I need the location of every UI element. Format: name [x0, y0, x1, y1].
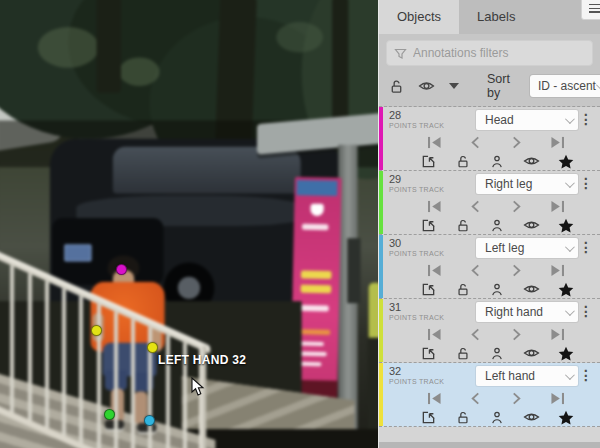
- last-keyframe-button[interactable]: [549, 390, 567, 406]
- last-keyframe-button[interactable]: [549, 262, 567, 278]
- object-item[interactable]: 32 POINTS TRACK Left hand ⋮: [379, 363, 600, 427]
- object-type: POINTS TRACK: [389, 122, 444, 129]
- previous-keyframe-button[interactable]: [466, 326, 484, 342]
- pinned-toggle-button[interactable]: [419, 409, 437, 425]
- filter-funnel-icon: [394, 46, 407, 64]
- occluded-toggle-button[interactable]: [488, 281, 506, 297]
- first-keyframe-button[interactable]: [425, 326, 443, 342]
- lock-toggle-button[interactable]: [454, 217, 472, 233]
- chevron-down-icon: [565, 242, 575, 252]
- chevron-down-icon: [565, 114, 575, 124]
- bottom-divider: [379, 442, 600, 448]
- last-keyframe-button[interactable]: [549, 134, 567, 150]
- object-item[interactable]: 29 POINTS TRACK Right leg ⋮: [379, 171, 600, 235]
- previous-keyframe-button[interactable]: [466, 134, 484, 150]
- object-type: POINTS TRACK: [389, 378, 444, 385]
- next-keyframe-button[interactable]: [508, 326, 526, 342]
- keyframe-star-button[interactable]: [557, 217, 575, 233]
- sort-value: ID - ascent: [538, 79, 596, 93]
- video-frame: [0, 0, 378, 448]
- keypoint-head[interactable]: [116, 264, 127, 275]
- next-keyframe-button[interactable]: [508, 198, 526, 214]
- object-label-dropdown[interactable]: Right hand: [476, 302, 578, 322]
- hide-all-eye-icon[interactable]: [418, 79, 435, 93]
- keypoint-left-hand[interactable]: [147, 342, 158, 353]
- first-keyframe-button[interactable]: [425, 262, 443, 278]
- first-keyframe-button[interactable]: [425, 198, 443, 214]
- expand-states-caret-icon[interactable]: [449, 83, 459, 89]
- object-actions-menu-button[interactable]: ⋮: [578, 302, 594, 320]
- annotation-canvas[interactable]: LEFT HAND 32: [0, 0, 378, 448]
- chevron-down-icon: [565, 178, 575, 188]
- object-label-dropdown[interactable]: Left leg: [476, 238, 578, 258]
- keypoint-right-foot[interactable]: [104, 409, 115, 420]
- lock-toggle-button[interactable]: [454, 409, 472, 425]
- hidden-toggle-eye-button[interactable]: [523, 281, 541, 297]
- sort-dropdown[interactable]: ID - ascent: [530, 75, 600, 97]
- next-keyframe-button[interactable]: [508, 134, 526, 150]
- keypoint-right-hand[interactable]: [91, 325, 102, 336]
- object-id: 28: [389, 110, 444, 121]
- last-keyframe-button[interactable]: [549, 326, 567, 342]
- first-keyframe-button[interactable]: [425, 134, 443, 150]
- occluded-toggle-button[interactable]: [488, 409, 506, 425]
- lock-all-icon[interactable]: [389, 79, 404, 94]
- last-keyframe-button[interactable]: [549, 198, 567, 214]
- sidebar-tabbar: Objects Labels: [379, 0, 600, 34]
- pinned-toggle-button[interactable]: [419, 281, 437, 297]
- tab-objects[interactable]: Objects: [379, 0, 459, 34]
- hidden-toggle-eye-button[interactable]: [523, 345, 541, 361]
- occluded-toggle-button[interactable]: [488, 153, 506, 169]
- object-actions-menu-button[interactable]: ⋮: [578, 110, 594, 128]
- previous-keyframe-button[interactable]: [466, 198, 484, 214]
- object-id: 30: [389, 238, 444, 249]
- hidden-toggle-eye-button[interactable]: [523, 153, 541, 169]
- sort-by-label: Sort by: [487, 72, 510, 100]
- hidden-toggle-eye-button[interactable]: [523, 217, 541, 233]
- object-actions-menu-button[interactable]: ⋮: [578, 238, 594, 256]
- annotations-filter-input[interactable]: [386, 40, 593, 66]
- mouse-cursor: [191, 377, 205, 400]
- keyframe-star-button[interactable]: [557, 153, 575, 169]
- occluded-toggle-button[interactable]: [488, 345, 506, 361]
- object-item[interactable]: 28 POINTS TRACK Head ⋮: [379, 107, 600, 171]
- object-label-dropdown[interactable]: Right leg: [476, 174, 578, 194]
- yellow-figure: [369, 283, 378, 342]
- object-item[interactable]: 31 POINTS TRACK Right hand ⋮: [379, 299, 600, 363]
- first-keyframe-button[interactable]: [425, 390, 443, 406]
- occluded-toggle-button[interactable]: [488, 217, 506, 233]
- lock-toggle-button[interactable]: [454, 345, 472, 361]
- menu-icon: [589, 4, 600, 13]
- next-keyframe-button[interactable]: [508, 262, 526, 278]
- cvat-annotation-app: LEFT HAND 32 Objects Labels: [0, 0, 600, 448]
- keyframe-star-button[interactable]: [557, 345, 575, 361]
- chevron-down-icon: [596, 80, 600, 90]
- keyframe-star-button[interactable]: [557, 409, 575, 425]
- lock-toggle-button[interactable]: [454, 281, 472, 297]
- keypoint-left-foot[interactable]: [144, 415, 155, 426]
- objects-sidebar: Objects Labels: [378, 0, 600, 448]
- previous-keyframe-button[interactable]: [466, 262, 484, 278]
- object-list: 28 POINTS TRACK Head ⋮: [379, 106, 600, 427]
- object-label: Right hand: [485, 305, 565, 319]
- object-id: 31: [389, 302, 444, 313]
- hidden-toggle-eye-button[interactable]: [523, 409, 541, 425]
- keyframe-star-button[interactable]: [557, 281, 575, 297]
- object-actions-menu-button[interactable]: ⋮: [578, 174, 594, 192]
- object-actions-menu-button[interactable]: ⋮: [578, 366, 594, 384]
- lock-toggle-button[interactable]: [454, 153, 472, 169]
- object-label-dropdown[interactable]: Head: [476, 110, 578, 130]
- next-keyframe-button[interactable]: [508, 390, 526, 406]
- collapse-sidebar-button[interactable]: [581, 0, 600, 20]
- tab-labels[interactable]: Labels: [459, 0, 533, 34]
- object-item[interactable]: 30 POINTS TRACK Left leg ⋮: [379, 235, 600, 299]
- previous-keyframe-button[interactable]: [466, 390, 484, 406]
- pinned-toggle-button[interactable]: [419, 217, 437, 233]
- object-label-dropdown[interactable]: Left hand: [476, 366, 578, 386]
- object-label: Right leg: [485, 177, 565, 191]
- pinned-toggle-button[interactable]: [419, 345, 437, 361]
- pinned-toggle-button[interactable]: [419, 153, 437, 169]
- object-type: POINTS TRACK: [389, 250, 444, 257]
- chevron-down-icon: [565, 370, 575, 380]
- object-label: Left hand: [485, 369, 565, 383]
